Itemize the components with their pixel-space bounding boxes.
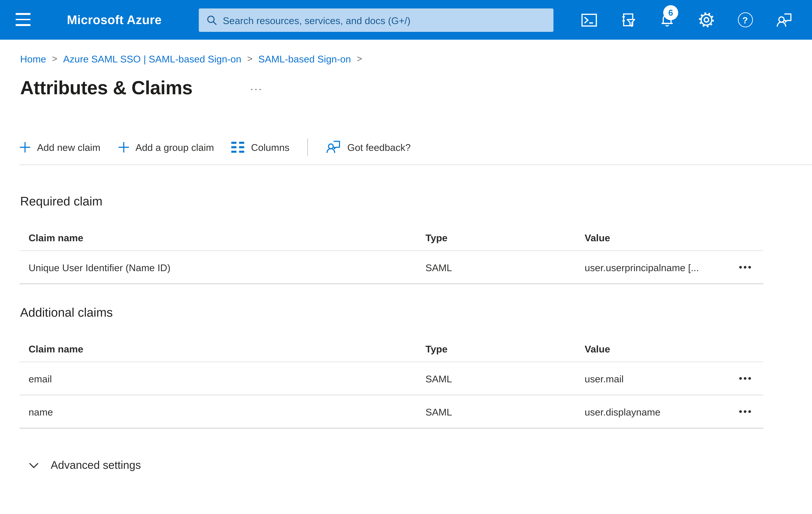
cell-claim-name: name: [20, 406, 416, 417]
column-header-type: Type: [416, 232, 576, 243]
help-icon: ?: [737, 12, 753, 27]
table-row: Unique User Identifier (Name ID) SAML us…: [20, 251, 763, 284]
breadcrumb-separator: >: [357, 53, 362, 64]
cell-type: SAML: [416, 373, 576, 384]
menu-dot: [744, 266, 746, 268]
title-overflow-menu-icon[interactable]: ···: [250, 83, 262, 95]
menu-dot: [749, 377, 751, 380]
help-glyph: ?: [742, 15, 748, 25]
row-context-menu-icon[interactable]: [737, 373, 753, 383]
column-header-claim-name: Claim name: [20, 343, 416, 354]
column-header-value: Value: [576, 343, 727, 354]
breadcrumb-sso[interactable]: Azure SAML SSO | SAML-based Sign-on: [63, 53, 241, 64]
columns-label: Columns: [251, 141, 290, 153]
row-context-menu-icon[interactable]: [737, 262, 753, 272]
cell-claim-name: Unique User Identifier (Name ID): [20, 262, 416, 273]
settings-button[interactable]: [687, 0, 726, 40]
table-row: name SAML user.displayname: [20, 395, 763, 429]
menu-dot: [749, 266, 751, 268]
directory-filter-button[interactable]: [609, 0, 648, 40]
cloud-shell-icon: [581, 12, 598, 28]
advanced-settings-toggle[interactable]: Advanced settings: [29, 456, 141, 475]
menu-dot: [749, 410, 751, 413]
got-feedback-button[interactable]: Got feedback?: [325, 140, 411, 154]
feedback-button[interactable]: [764, 0, 804, 40]
hamburger-bar: [16, 13, 31, 15]
search-input[interactable]: [223, 15, 546, 26]
breadcrumb-separator: >: [52, 53, 57, 64]
menu-dot: [739, 410, 742, 413]
required-claim-heading: Required claim: [20, 194, 103, 209]
cell-value: user.displayname: [576, 406, 727, 417]
add-group-claim-button[interactable]: Add a group claim: [118, 141, 214, 153]
page-title: Attributes & Claims: [20, 77, 193, 99]
directory-filter-icon: [620, 12, 636, 28]
feedback-person-icon: [325, 140, 341, 154]
add-group-claim-label: Add a group claim: [136, 141, 214, 153]
hamburger-bar: [16, 24, 31, 26]
breadcrumb-home[interactable]: Home: [20, 53, 46, 64]
azure-portal-page: Microsoft Azure: [0, 0, 812, 514]
table-header-row: Claim name Type Value: [20, 225, 763, 251]
help-button[interactable]: ?: [726, 0, 764, 40]
breadcrumb-saml-signon[interactable]: SAML-based Sign-on: [258, 53, 351, 64]
cell-type: SAML: [416, 262, 576, 273]
plus-icon: [118, 141, 129, 153]
advanced-settings-label: Advanced settings: [51, 459, 141, 472]
got-feedback-label: Got feedback?: [347, 141, 411, 153]
additional-claims-heading: Additional claims: [20, 306, 113, 320]
row-context-menu-icon[interactable]: [737, 407, 753, 416]
column-header-type: Type: [416, 343, 576, 354]
brand-title[interactable]: Microsoft Azure: [67, 0, 162, 40]
person-feedback-icon: [776, 12, 792, 28]
gear-icon: [698, 12, 714, 28]
command-bar: Add new claim Add a group claim Columns: [20, 134, 411, 160]
hamburger-bar: [16, 19, 31, 20]
cell-value: user.userprincipalname [...: [576, 262, 727, 273]
columns-button[interactable]: Columns: [232, 141, 290, 153]
toolbar-divider: [307, 138, 308, 156]
breadcrumb: Home > Azure SAML SSO | SAML-based Sign-…: [20, 51, 362, 66]
table-header-row: Claim name Type Value: [20, 336, 763, 362]
notifications-button[interactable]: 6: [648, 0, 687, 40]
columns-icon: [232, 141, 244, 153]
table-row: email SAML user.mail: [20, 362, 763, 395]
add-new-claim-label: Add new claim: [37, 141, 100, 153]
breadcrumb-separator: >: [247, 53, 253, 64]
search-icon: [207, 15, 217, 25]
toolbar-separator-line: [20, 164, 812, 165]
menu-dot: [739, 266, 742, 268]
plus-icon: [20, 141, 31, 153]
topbar-icon-tray: 6 ?: [570, 0, 804, 40]
required-claim-table: Claim name Type Value Unique User Identi…: [20, 225, 763, 284]
menu-dot: [744, 377, 746, 380]
cell-claim-name: email: [20, 373, 416, 384]
cell-value: user.mail: [576, 373, 727, 384]
top-bar: Microsoft Azure: [0, 0, 812, 40]
additional-claims-table: Claim name Type Value email SAML user.ma…: [20, 336, 763, 429]
notification-badge: 6: [663, 5, 678, 20]
column-header-value: Value: [576, 232, 727, 243]
global-search: [199, 8, 553, 32]
chevron-down-icon: [29, 462, 39, 469]
add-new-claim-button[interactable]: Add new claim: [20, 141, 100, 153]
menu-dot: [739, 377, 742, 380]
cell-type: SAML: [416, 406, 576, 417]
menu-dot: [744, 410, 746, 413]
cloud-shell-button[interactable]: [570, 0, 609, 40]
column-header-claim-name: Claim name: [20, 232, 416, 243]
hamburger-menu-icon[interactable]: [16, 13, 31, 26]
